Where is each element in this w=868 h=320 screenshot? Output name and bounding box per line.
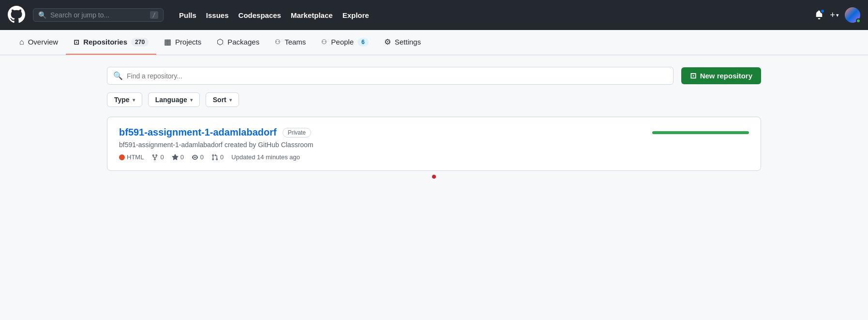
- repo-language-label: HTML: [127, 153, 144, 161]
- repo-forks-stat: 0: [151, 153, 164, 161]
- slash-shortcut: /: [150, 11, 158, 19]
- repo-updated-time: Updated 14 minutes ago: [231, 153, 300, 161]
- nav-links: Pulls Issues Codespaces Marketplace Expl…: [175, 8, 373, 22]
- nav-marketplace[interactable]: Marketplace: [287, 8, 337, 22]
- sort-chevron-icon: ▾: [229, 97, 232, 103]
- repo-watches-stat: 0: [192, 153, 204, 161]
- sort-filter-button[interactable]: Sort ▾: [206, 92, 239, 107]
- repo-meta: HTML 0 0 0 0 Updated 14 minutes ago: [119, 153, 749, 161]
- language-filter-button[interactable]: Language ▾: [148, 92, 200, 107]
- language-chevron-icon: ▾: [190, 97, 193, 103]
- search-icon: 🔍: [113, 71, 123, 80]
- lang-color-dot: [119, 154, 125, 160]
- repository-card: bf591-assignment-1-adamlabadorf Private …: [107, 117, 761, 171]
- fork-icon: [151, 154, 158, 161]
- teams-icon: ⚇: [275, 38, 281, 46]
- repo-description: bf591-assignment-1-adamlabadorf created …: [119, 141, 749, 149]
- search-row: 🔍 ⊡ New repository: [107, 67, 761, 85]
- repo-card-header: bf591-assignment-1-adamlabadorf Private: [119, 127, 749, 138]
- search-placeholder-text: Search or jump to...: [50, 11, 109, 19]
- settings-icon: ⚙: [384, 37, 391, 46]
- new-repository-button[interactable]: ⊡ New repository: [681, 67, 761, 84]
- watch-icon: [192, 154, 198, 161]
- org-tabs: ⌂ Overview ⊡ Repositories 270 ▦ Projects…: [0, 30, 868, 55]
- global-search[interactable]: 🔍 Search or jump to... /: [33, 8, 164, 22]
- language-bar: [652, 131, 749, 134]
- filter-row: Type ▾ Language ▾ Sort ▾: [107, 92, 761, 107]
- create-new-button[interactable]: + ▾: [830, 10, 839, 20]
- type-filter-button[interactable]: Type ▾: [107, 92, 142, 107]
- notification-dot: [820, 9, 825, 14]
- home-icon: ⌂: [19, 38, 24, 46]
- repo-language-stat: HTML: [119, 153, 144, 161]
- tab-people[interactable]: ⚇ People 6: [314, 30, 376, 55]
- nav-bar: 🔍 Search or jump to... / Pulls Issues Co…: [0, 0, 868, 30]
- nav-issues[interactable]: Issues: [202, 8, 233, 22]
- star-icon: [172, 154, 179, 161]
- nav-pulls[interactable]: Pulls: [175, 8, 200, 22]
- type-chevron-icon: ▾: [133, 97, 135, 103]
- tab-overview[interactable]: ⌂ Overview: [12, 30, 66, 55]
- pr-icon: [211, 154, 218, 161]
- repo-name-link[interactable]: bf591-assignment-1-adamlabadorf: [119, 127, 277, 138]
- search-icon: 🔍: [38, 11, 46, 19]
- github-logo[interactable]: [8, 6, 25, 25]
- people-count-badge: 6: [358, 38, 369, 46]
- repo-prs-stat: 0: [211, 153, 224, 161]
- main-content: 🔍 ⊡ New repository Type ▾ Language ▾ Sor…: [95, 55, 773, 190]
- repo-stars-stat: 0: [172, 153, 184, 161]
- user-avatar[interactable]: [845, 7, 860, 23]
- scroll-indicator: [432, 175, 436, 179]
- repo-icon: ⊡: [74, 38, 79, 46]
- nav-right: + ▾: [814, 7, 860, 23]
- repo-visibility-badge: Private: [283, 128, 311, 137]
- projects-icon: ▦: [164, 37, 171, 46]
- repo-count-badge: 270: [131, 38, 149, 46]
- packages-icon: ⬡: [217, 37, 224, 46]
- tab-projects[interactable]: ▦ Projects: [156, 30, 209, 55]
- nav-codespaces[interactable]: Codespaces: [235, 8, 285, 22]
- notifications-bell[interactable]: [814, 10, 824, 21]
- tab-repositories[interactable]: ⊡ Repositories 270: [66, 30, 156, 55]
- new-repo-icon: ⊡: [690, 71, 696, 80]
- repo-search-box[interactable]: 🔍: [107, 67, 673, 85]
- repo-search-input[interactable]: [127, 72, 667, 80]
- people-icon: ⚇: [321, 38, 327, 46]
- nav-explore[interactable]: Explore: [339, 8, 373, 22]
- tab-settings[interactable]: ⚙ Settings: [376, 30, 429, 55]
- tab-packages[interactable]: ⬡ Packages: [209, 30, 267, 55]
- tab-teams[interactable]: ⚇ Teams: [267, 30, 314, 55]
- online-status-dot: [856, 18, 861, 23]
